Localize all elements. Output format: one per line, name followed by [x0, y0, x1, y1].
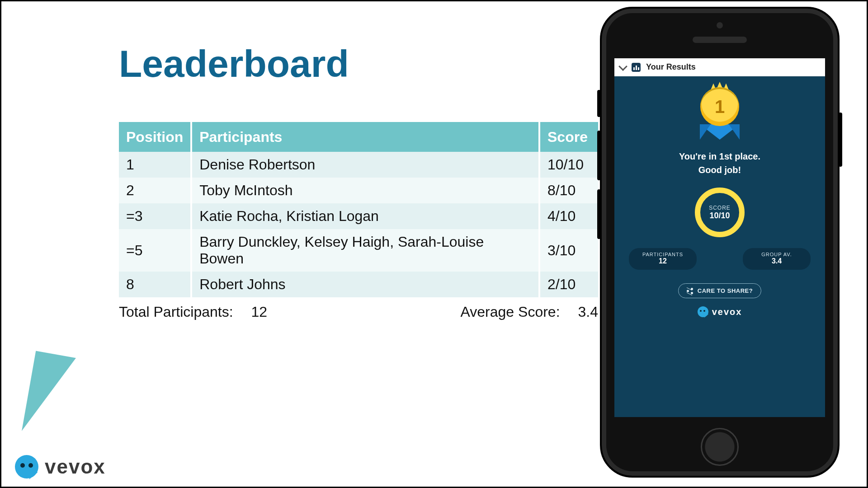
- cell-score: 2/10: [539, 272, 598, 297]
- vevox-logo-text: vevox: [45, 455, 106, 478]
- total-participants-label: Total Participants:: [119, 304, 233, 320]
- place-line-2: Good job!: [614, 163, 825, 177]
- phone-volume-down: [597, 189, 601, 239]
- cell-position: 8: [119, 272, 191, 297]
- phone-speaker: [693, 37, 747, 43]
- phone-power-button: [839, 113, 842, 167]
- cell-position: 2: [119, 178, 191, 203]
- vevox-logo-icon: [15, 455, 38, 479]
- cell-participants: Robert Johns: [191, 272, 539, 297]
- leaderboard-content: Leaderboard Position Participants Score …: [119, 42, 598, 320]
- score-value: 10/10: [709, 211, 730, 221]
- group-average-label: GROUP AV.: [752, 252, 802, 257]
- score-label: SCORE: [709, 205, 731, 211]
- leaderboard-table: Position Participants Score 1 Denise Rob…: [119, 122, 598, 297]
- group-average-pill: GROUP AV. 3.4: [743, 248, 811, 270]
- cell-participants: Denise Robertson: [191, 152, 539, 178]
- cell-position: =5: [119, 229, 191, 272]
- cell-participants: Katie Rocha, Kristian Logan: [191, 203, 539, 229]
- share-button-label: CARE TO SHARE?: [698, 287, 753, 294]
- results-header-title: Your Results: [646, 62, 696, 72]
- table-row: 1 Denise Robertson 10/10: [119, 152, 598, 178]
- col-score: Score: [539, 122, 598, 152]
- results-body: 1 You're in 1st place. Good job! SCORE 1…: [614, 76, 825, 317]
- vevox-logo: vevox: [15, 455, 106, 479]
- participants-label: PARTICIPANTS: [638, 252, 688, 257]
- cell-score: 8/10: [539, 178, 598, 203]
- group-average-value: 3.4: [752, 257, 802, 265]
- average-score-value: 3.4: [578, 304, 598, 320]
- vevox-logo-mini: vevox: [614, 306, 825, 317]
- share-icon: [687, 288, 693, 294]
- score-ring: SCORE 10/10: [695, 188, 745, 237]
- page-title: Leaderboard: [119, 42, 598, 86]
- phone-volume-up: [597, 131, 601, 180]
- cell-position: 1: [119, 152, 191, 178]
- slide-stage: Leaderboard Position Participants Score …: [0, 0, 868, 488]
- chart-icon: [632, 63, 641, 72]
- phone-screen: Your Results 1 You're in 1st place. Good…: [614, 58, 825, 417]
- cell-participants: Toby McIntosh: [191, 178, 539, 203]
- phone-home-button[interactable]: [701, 428, 739, 466]
- col-participants: Participants: [191, 122, 539, 152]
- chevron-down-icon[interactable]: [618, 62, 627, 71]
- stats-row: PARTICIPANTS 12 GROUP AV. 3.4: [614, 248, 825, 270]
- total-participants-value: 12: [251, 304, 268, 320]
- medal-icon: 1: [700, 87, 739, 126]
- cell-position: =3: [119, 203, 191, 229]
- ribbon-icon: [700, 124, 740, 140]
- phone-camera: [717, 22, 723, 28]
- phone-mute-switch: [597, 90, 601, 117]
- phone-mockup: Your Results 1 You're in 1st place. Good…: [600, 7, 840, 478]
- table-row: =5 Barry Dunckley, Kelsey Haigh, Sarah-L…: [119, 229, 598, 272]
- medal-badge: 1: [693, 87, 747, 141]
- cell-score: 10/10: [539, 152, 598, 178]
- average-score-label: Average Score:: [461, 304, 560, 320]
- table-row: 8 Robert Johns 2/10: [119, 272, 598, 297]
- results-header[interactable]: Your Results: [614, 58, 825, 76]
- place-line-1: You're in 1st place.: [614, 150, 825, 163]
- totals-row: Total Participants: 12 Average Score: 3.…: [119, 304, 598, 320]
- participants-value: 12: [638, 257, 688, 265]
- share-button[interactable]: CARE TO SHARE?: [678, 283, 761, 298]
- cell-participants: Barry Dunckley, Kelsey Haigh, Sarah-Loui…: [191, 229, 539, 272]
- place-message: You're in 1st place. Good job!: [614, 150, 825, 177]
- vevox-logo-text: vevox: [712, 307, 742, 317]
- vevox-logo-icon: [698, 306, 708, 317]
- cell-score: 3/10: [539, 229, 598, 272]
- table-header-row: Position Participants Score: [119, 122, 598, 152]
- table-row: =3 Katie Rocha, Kristian Logan 4/10: [119, 203, 598, 229]
- participants-pill: PARTICIPANTS 12: [629, 248, 697, 270]
- col-position: Position: [119, 122, 191, 152]
- cell-score: 4/10: [539, 203, 598, 229]
- table-row: 2 Toby McIntosh 8/10: [119, 178, 598, 203]
